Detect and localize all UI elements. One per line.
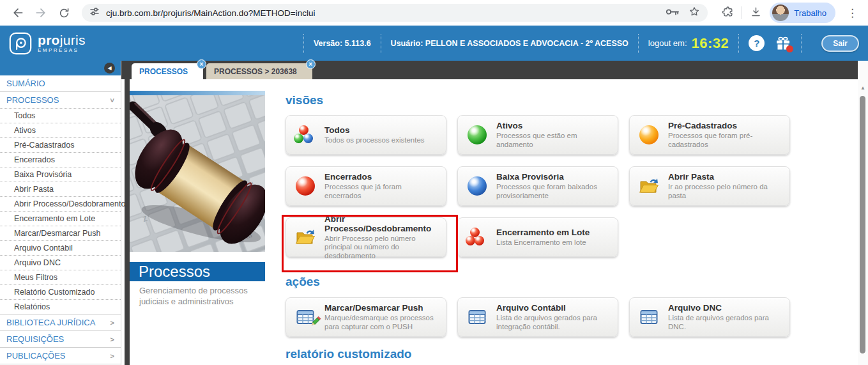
acoes-cards: Marcar/Desmarcar Push Marque/desmarque o… [286, 297, 790, 337]
header-divider [801, 34, 802, 53]
toolbar-divider [742, 6, 742, 19]
visoes-cards: Todos Todos os processos existentes Ativ… [286, 115, 790, 257]
sidebar-item-abrir-pasta[interactable]: Abrir Pasta [0, 182, 121, 197]
sidebar-item-encerramento-lote[interactable]: Encerramento em Lote [0, 212, 121, 226]
card-baixa-provisoria[interactable]: Baixa Provisória Processos que foram bai… [457, 166, 618, 206]
card-encerramento-em-lote[interactable]: Encerramento em Lote Lista Encerramento … [457, 217, 618, 257]
scrollbar-thumb[interactable] [860, 96, 865, 353]
sidebar-item-requisicoes[interactable]: REQUISIÇÕES> [0, 331, 121, 348]
relatorio-customizado-heading: relatório customizado [286, 347, 411, 361]
open-folder-icon [294, 228, 317, 246]
sidebar-item-encerrados[interactable]: Encerrados [0, 153, 121, 167]
projuris-logo: projuris EMPRESAS [9, 32, 86, 55]
chevron-right-icon: > [110, 336, 114, 343]
card-abrir-processo-desdobramento[interactable]: Abrir Processo/Desdobramento Abrir Proce… [286, 217, 446, 257]
card-marcar-desmarcar-push[interactable]: Marcar/Desmarcar Push Marque/desmarque o… [286, 297, 446, 337]
open-folder-icon [637, 177, 660, 195]
scrollbar: ▲ [858, 61, 868, 365]
orange-ball-icon [637, 125, 660, 144]
sidebar-item-abrir-processo[interactable]: Abrir Processo/Desdobramento [0, 197, 121, 212]
sidebar-item-meus-filtros[interactable]: Meus Filtros [0, 270, 121, 285]
header-divider [303, 34, 304, 53]
bookmark-star-icon[interactable] [689, 6, 700, 20]
table-icon [466, 309, 489, 325]
acoes-heading: ações [286, 275, 320, 289]
sidebar-item-marcar-push[interactable]: Marcar/Desmarcar Push [0, 226, 121, 241]
sidebar-item-relatorio-customizado[interactable]: Relatório Customizado [0, 285, 121, 300]
help-icon[interactable]: ? [749, 35, 765, 51]
url-bar[interactable]: cju.brb.com.br/projuris/MainAction.do?ME… [82, 4, 708, 22]
avatar [772, 4, 789, 21]
version-text: Versão: 5.113.6 [314, 39, 371, 48]
notification-dot [786, 45, 793, 52]
sidebar-item-arquivo-dnc[interactable]: Arquivo DNC [0, 256, 121, 270]
scroll-up-icon[interactable]: ▲ [858, 85, 868, 91]
sidebar-collapse-icon[interactable]: ◀ [104, 63, 115, 74]
browser-menu-icon[interactable]: ⋮ [843, 8, 862, 19]
content-frame-strip [125, 79, 130, 365]
browser-toolbar: cju.brb.com.br/projuris/MainAction.do?ME… [0, 0, 868, 26]
sidebar-item-todos[interactable]: Todos [0, 109, 121, 123]
gift-icon[interactable] [775, 36, 791, 51]
sidebar-item-publicacoes[interactable]: PUBLICAÇÕES> [0, 348, 121, 364]
sidebar-item-sumario[interactable]: SUMÁRIO [0, 75, 121, 92]
sidebar-item-ativos[interactable]: Ativos [0, 123, 121, 138]
browser-profile-chip[interactable]: Trabalho [770, 3, 835, 23]
close-icon[interactable]: × [306, 59, 316, 69]
blue-ball-icon [466, 176, 489, 196]
card-arquivo-dnc[interactable]: Arquivo DNC Lista de arquivos gerados pa… [629, 297, 790, 337]
site-settings-icon[interactable] [89, 6, 100, 19]
tab-processos-203638[interactable]: PROCESSOS > 203638 × [206, 63, 312, 79]
logo-subtitle: EMPRESAS [38, 47, 86, 53]
card-todos[interactable]: Todos Todos os processos existentes [286, 115, 446, 155]
sidebar-item-pre-cadastrados[interactable]: Pré-Cadastrados [0, 138, 121, 153]
todos-balls-icon [294, 125, 317, 144]
table-icon [637, 309, 660, 325]
red-balls-icon [466, 228, 489, 247]
sair-button[interactable]: Sair [821, 35, 859, 52]
card-ativos[interactable]: Ativos Processos que estão em andamento [457, 115, 618, 155]
main-content: X Z N M Processos Gerenciamento de pro [130, 79, 858, 365]
sidebar: ◀ SUMÁRIO PROCESSOS> Todos Ativos Pré-Ca… [0, 61, 121, 365]
red-ball-icon [294, 176, 317, 196]
sidebar-item-relatorios[interactable]: Relatórios [0, 300, 121, 315]
tab-processos[interactable]: PROCESSOS × [132, 63, 203, 79]
tab-bar: PROCESSOS × PROCESSOS > 203638 × [121, 61, 858, 79]
header-divider [738, 34, 739, 53]
projuris-logo-icon [9, 32, 32, 55]
app-header: projuris EMPRESAS Versão: 5.113.6 Usuári… [0, 26, 868, 61]
card-encerrados[interactable]: Encerrados Processos que já foram encerr… [286, 166, 446, 206]
profile-label: Trabalho [794, 8, 826, 18]
download-icon[interactable] [750, 6, 762, 20]
card-abrir-pasta[interactable]: Abrir Pasta Ir ao processo pelo número d… [629, 166, 790, 206]
back-icon[interactable] [9, 4, 27, 22]
close-icon[interactable]: × [197, 59, 206, 69]
panel-title: Processos [130, 262, 265, 281]
password-key-icon[interactable] [666, 7, 680, 19]
sidebar-item-processos[interactable]: PROCESSOS> [0, 92, 121, 109]
user-text: Usuário: PELLON E ASSOCIADOS E ADVOCACIA… [391, 39, 628, 48]
green-ball-icon [466, 125, 489, 144]
sidebar-top-strip: ◀ [0, 61, 121, 75]
visoes-heading: visões [286, 93, 323, 107]
sidebar-item-baixa-provisoria[interactable]: Baixa Provisória [0, 167, 121, 182]
logout-countdown: logout em: 16:32 [648, 35, 729, 52]
extensions-icon[interactable] [722, 6, 734, 20]
sidebar-item-arquivo-contabil[interactable]: Arquivo Contábil [0, 241, 121, 256]
header-divider [638, 34, 639, 53]
logout-time: 16:32 [692, 35, 729, 52]
chevron-down-icon: > [109, 98, 116, 102]
card-arquivo-contabil[interactable]: Arquivo Contábil Lista de arquivos gerad… [457, 297, 618, 337]
panel-description: Gerenciamento de processos judiciais e a… [139, 285, 253, 307]
chevron-right-icon: > [110, 319, 114, 327]
gavel-photo: X Z N M [130, 91, 265, 252]
logo-regular: juris [60, 33, 86, 47]
card-pre-cadastrados[interactable]: Pré-Cadastrados Processos que foram pré-… [629, 115, 790, 155]
chevron-right-icon: > [110, 352, 114, 360]
url-text[interactable]: cju.brb.com.br/projuris/MainAction.do?ME… [106, 8, 660, 18]
forward-icon[interactable] [32, 4, 50, 22]
table-pencil-icon [294, 309, 317, 325]
reload-icon[interactable] [55, 4, 73, 22]
logo-bold: pro [38, 33, 60, 47]
sidebar-item-biblioteca-juridica[interactable]: BIBLIOTECA JURÍDICA> [0, 315, 121, 331]
